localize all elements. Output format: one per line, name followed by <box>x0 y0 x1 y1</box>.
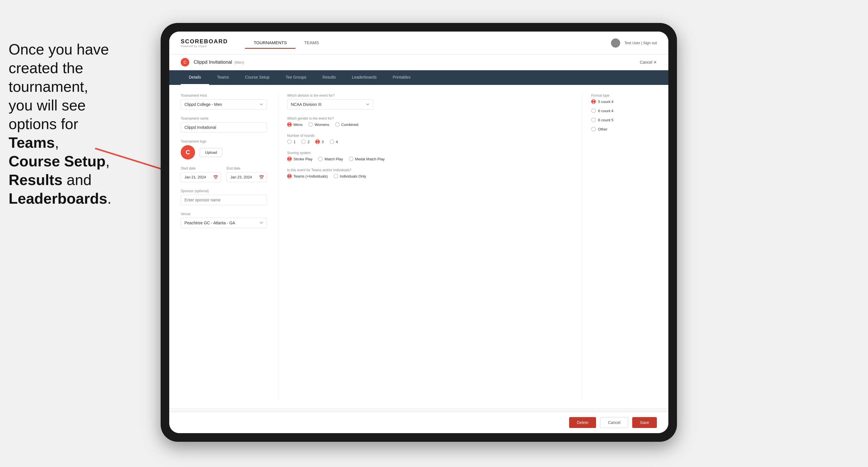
tab-teams[interactable]: Teams <box>209 70 237 85</box>
calendar-icon-start: 📅 <box>213 175 218 180</box>
right-column: Format type 5 count 4 6 count 4 6 count … <box>582 94 657 400</box>
tab-course-setup[interactable]: Course Setup <box>237 70 278 85</box>
rounds-3-radio[interactable] <box>315 139 320 144</box>
scoring-medal-match[interactable]: Medal Match Play <box>349 157 385 161</box>
gender-womens-radio[interactable] <box>308 122 313 127</box>
logo-icon: C <box>181 145 195 159</box>
app-header: SCOREBOARD Powered by clippd TOURNAMENTS… <box>169 32 669 55</box>
scoring-stroke-play[interactable]: Stroke Play <box>287 157 312 161</box>
scoring-match-label: Match Play <box>324 157 343 161</box>
section-divider <box>169 408 669 412</box>
back-icon[interactable]: C <box>181 58 189 67</box>
rounds-1-label: 1 <box>293 140 296 144</box>
format-other[interactable]: Other <box>591 127 657 131</box>
rounds-4-label: 4 <box>336 140 338 144</box>
individuals-only-label: Individuals Only <box>340 174 366 179</box>
teams-radio-group: Teams (+Individuals) Individuals Only <box>287 174 574 179</box>
format-6count4[interactable]: 6 count 4 <box>591 108 657 113</box>
footer-bar: Delete Cancel Save <box>169 412 669 433</box>
rounds-1-radio[interactable] <box>287 139 292 144</box>
tournament-name-label: Tournament name <box>181 117 267 121</box>
rounds-group: Number of rounds 1 2 <box>287 134 574 144</box>
nav-tournaments[interactable]: TOURNAMENTS <box>245 37 296 49</box>
teams-group: Is this event for Teams and/or Individua… <box>287 168 574 179</box>
gender-mens[interactable]: Mens <box>287 122 303 127</box>
sponsor-label: Sponsor (optional) <box>181 189 267 193</box>
cancel-x-button[interactable]: Cancel ✕ <box>640 60 657 65</box>
gender-mens-radio[interactable] <box>287 122 292 127</box>
start-date-group: Start date 📅 <box>181 166 221 182</box>
scoring-label: Scoring system <box>287 151 574 155</box>
tab-details[interactable]: Details <box>181 70 209 85</box>
venue-group: Venue Peachtree GC - Atlanta - GA <box>181 212 267 228</box>
format-6count4-radio[interactable] <box>591 108 596 113</box>
rounds-3[interactable]: 3 <box>315 139 323 144</box>
format-other-radio[interactable] <box>591 127 596 131</box>
scoring-medal-label: Medal Match Play <box>355 157 385 161</box>
individuals-only-radio[interactable] <box>334 174 338 179</box>
upload-button[interactable]: Upload <box>199 148 222 157</box>
instruction-line5: options for <box>9 116 78 132</box>
logo-upload-area: C Upload <box>181 145 267 159</box>
scoring-radio-group: Stroke Play Match Play Medal Match Play <box>287 157 574 161</box>
tournament-host-label: Tournament Host <box>181 94 267 97</box>
instruction-line3: tournament, <box>9 78 88 95</box>
tournament-header: C Clippd Invitational (Men) Cancel ✕ <box>169 55 669 70</box>
delete-button[interactable]: Delete <box>569 417 596 428</box>
division-select[interactable]: NCAA Division III <box>287 99 373 110</box>
format-5count4[interactable]: 5 count 4 <box>591 99 657 104</box>
sponsor-input[interactable] <box>181 195 267 205</box>
tab-printables[interactable]: Printables <box>385 70 418 85</box>
tab-tee-groups[interactable]: Tee Groups <box>278 70 314 85</box>
teams-with-individuals[interactable]: Teams (+Individuals) <box>287 174 328 179</box>
format-6count5-label: 6 count 5 <box>598 118 614 122</box>
tabs-bar: Details Teams Course Setup Tee Groups Re… <box>169 70 669 85</box>
rounds-1[interactable]: 1 <box>287 139 296 144</box>
gender-group: Which gender is the event for? Mens Wome… <box>287 117 574 127</box>
scoring-medal-radio[interactable] <box>349 157 353 161</box>
scoring-match-radio[interactable] <box>318 157 323 161</box>
gender-mens-label: Mens <box>293 123 303 127</box>
gender-womens[interactable]: Womens <box>308 122 329 127</box>
cancel-button[interactable]: Cancel <box>600 417 628 428</box>
gender-combined-label: Combined <box>341 123 358 127</box>
tournament-host-group: Tournament Host Clippd College - Men <box>181 94 267 110</box>
gender-combined-radio[interactable] <box>335 122 340 127</box>
gender-combined[interactable]: Combined <box>335 122 358 127</box>
user-avatar <box>611 38 620 48</box>
tournament-name-input[interactable] <box>181 122 267 132</box>
header-right: Test User | Sign out <box>611 38 657 48</box>
tab-results[interactable]: Results <box>314 70 344 85</box>
rounds-4-radio[interactable] <box>330 139 334 144</box>
scoring-stroke-radio[interactable] <box>287 157 292 161</box>
format-6count5-radio[interactable] <box>591 118 596 122</box>
format-6count5[interactable]: 6 count 5 <box>591 118 657 122</box>
rounds-radio-group: 1 2 3 4 <box>287 139 574 144</box>
scoring-stroke-label: Stroke Play <box>293 157 312 161</box>
tournament-host-select[interactable]: Clippd College - Men <box>181 99 267 110</box>
instruction-bold1: Teams <box>9 134 55 151</box>
teams-with-radio[interactable] <box>287 174 292 179</box>
scoring-match-play[interactable]: Match Play <box>318 157 343 161</box>
rounds-4[interactable]: 4 <box>330 139 338 144</box>
tablet-frame: SCOREBOARD Powered by clippd TOURNAMENTS… <box>161 23 677 442</box>
rounds-label: Number of rounds <box>287 134 574 138</box>
tab-leaderboards[interactable]: Leaderboards <box>344 70 385 85</box>
instruction-line1: Once you have <box>9 41 109 58</box>
instruction-line4: you will see <box>9 97 86 114</box>
tournament-logo-label: Tournament logo <box>181 139 267 144</box>
user-links[interactable]: Test User | Sign out <box>624 41 657 45</box>
division-label: Which division is the event for? <box>287 94 574 97</box>
nav-teams[interactable]: TEAMS <box>296 37 328 49</box>
format-5count4-radio[interactable] <box>591 99 596 104</box>
save-button[interactable]: Save <box>632 417 657 428</box>
tournament-logo-group: Tournament logo C Upload <box>181 139 267 159</box>
rounds-2[interactable]: 2 <box>301 139 310 144</box>
venue-select[interactable]: Peachtree GC - Atlanta - GA <box>181 218 267 228</box>
rounds-2-radio[interactable] <box>301 139 306 144</box>
individuals-only[interactable]: Individuals Only <box>334 174 366 179</box>
instruction-text: Once you have created the tournament, yo… <box>0 34 158 214</box>
format-5count4-label: 5 count 4 <box>598 99 614 104</box>
gender-radio-group: Mens Womens Combined <box>287 122 574 127</box>
rounds-3-label: 3 <box>321 140 323 144</box>
